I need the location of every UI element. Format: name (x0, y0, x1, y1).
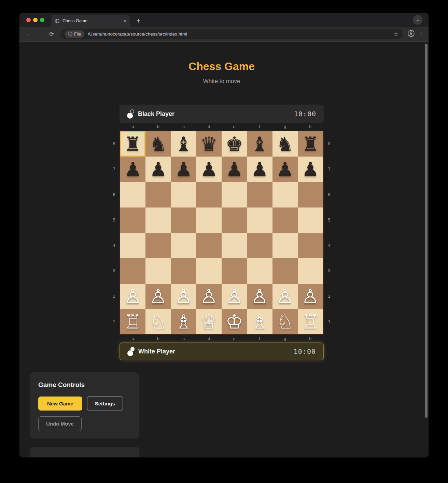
piece-bq-d8[interactable]: ♛ (200, 131, 218, 157)
square-d4[interactable] (196, 233, 222, 258)
square-b1[interactable]: ♘ (145, 309, 171, 334)
piece-bp-g7[interactable]: ♟ (276, 157, 294, 182)
piece-wp-d2[interactable]: ♙ (200, 284, 218, 309)
square-c1[interactable]: ♗ (171, 309, 196, 334)
piece-wp-b2[interactable]: ♙ (150, 284, 167, 309)
piece-bp-a7[interactable]: ♟ (124, 157, 142, 182)
square-g8[interactable]: ♞ (272, 131, 298, 157)
browser-menu-icon[interactable]: ⋮ (418, 31, 424, 37)
square-b8[interactable]: ♞ (145, 131, 171, 157)
square-b4[interactable] (145, 233, 171, 258)
square-f7[interactable]: ♟ (247, 157, 272, 182)
profile-avatar-icon[interactable] (407, 30, 416, 39)
undo-move-button[interactable]: Undo Move (38, 416, 82, 431)
piece-wr-h1[interactable]: ♖ (302, 309, 319, 334)
piece-bb-f8[interactable]: ♝ (251, 131, 268, 157)
piece-wk-e1[interactable]: ♔ (226, 309, 243, 334)
piece-wb-c1[interactable]: ♗ (175, 309, 192, 334)
chess-board[interactable]: ♜♞♝♛♚♝♞♜♟♟♟♟♟♟♟♟♙♙♙♙♙♙♙♙♖♘♗♕♔♗♘♖ (120, 131, 324, 335)
square-d2[interactable]: ♙ (196, 284, 222, 309)
square-a7[interactable]: ♟ (120, 157, 145, 182)
square-c4[interactable] (171, 233, 196, 258)
new-game-button[interactable]: New Game (38, 397, 82, 411)
square-e7[interactable]: ♟ (222, 157, 247, 182)
square-d6[interactable] (196, 182, 222, 207)
settings-button[interactable]: Settings (87, 396, 123, 411)
square-h8[interactable]: ♜ (298, 131, 323, 157)
square-f5[interactable] (247, 207, 272, 233)
square-b7[interactable]: ♟ (145, 157, 171, 182)
window-close-button[interactable] (26, 18, 31, 22)
square-e8[interactable]: ♚ (222, 131, 247, 157)
piece-wn-g1[interactable]: ♘ (276, 309, 294, 334)
piece-bn-b8[interactable]: ♞ (150, 131, 167, 157)
back-icon[interactable]: ← (24, 29, 33, 39)
piece-wn-b1[interactable]: ♘ (150, 309, 167, 334)
square-a3[interactable] (120, 258, 145, 283)
square-h3[interactable] (298, 258, 323, 283)
reload-icon[interactable]: ⟳ (47, 29, 56, 39)
square-f8[interactable]: ♝ (247, 131, 272, 157)
piece-wq-d1[interactable]: ♕ (200, 309, 218, 334)
square-f6[interactable] (247, 182, 272, 207)
piece-wr-a1[interactable]: ♖ (124, 309, 142, 334)
piece-bb-c8[interactable]: ♝ (175, 131, 192, 157)
piece-bn-g8[interactable]: ♞ (276, 131, 294, 157)
forward-icon[interactable]: → (35, 29, 45, 39)
square-h1[interactable]: ♖ (298, 309, 323, 334)
square-a1[interactable]: ♖ (120, 309, 145, 334)
square-c6[interactable] (171, 182, 196, 207)
piece-wp-a2[interactable]: ♙ (124, 284, 142, 309)
square-c8[interactable]: ♝ (171, 131, 196, 157)
square-f3[interactable] (247, 258, 272, 283)
scrollbar-thumb[interactable] (425, 44, 428, 418)
tab-search-chevron-icon[interactable]: ⌄ (413, 15, 422, 25)
square-e6[interactable] (222, 182, 247, 207)
new-tab-button[interactable]: + (134, 16, 143, 26)
square-h6[interactable] (298, 182, 323, 207)
square-d8[interactable]: ♛ (196, 131, 222, 157)
piece-bk-e8[interactable]: ♚ (226, 131, 243, 157)
square-d7[interactable]: ♟ (196, 157, 222, 182)
square-h4[interactable] (298, 233, 323, 258)
square-g3[interactable] (272, 258, 298, 283)
square-e3[interactable] (222, 258, 247, 283)
square-e5[interactable] (222, 207, 247, 233)
piece-bp-d7[interactable]: ♟ (200, 157, 218, 182)
square-e1[interactable]: ♔ (222, 309, 247, 334)
square-d3[interactable] (196, 258, 222, 283)
piece-wp-c2[interactable]: ♙ (175, 284, 192, 309)
square-c2[interactable]: ♙ (171, 284, 196, 309)
square-h2[interactable]: ♙ (298, 284, 323, 309)
square-b5[interactable] (145, 207, 171, 233)
piece-wp-h2[interactable]: ♙ (302, 284, 319, 309)
square-e4[interactable] (222, 233, 247, 258)
bookmark-star-icon[interactable]: ☆ (394, 31, 398, 37)
square-c5[interactable] (171, 207, 196, 233)
square-f1[interactable]: ♗ (247, 309, 272, 334)
square-d1[interactable]: ♕ (196, 309, 222, 334)
square-f4[interactable] (247, 233, 272, 258)
square-c3[interactable] (171, 258, 196, 283)
square-e2[interactable]: ♙ (222, 284, 247, 309)
square-a6[interactable] (120, 182, 145, 207)
square-b3[interactable] (145, 258, 171, 283)
piece-bp-f7[interactable]: ♟ (251, 157, 268, 182)
square-g2[interactable]: ♙ (272, 284, 298, 309)
square-g7[interactable]: ♟ (272, 157, 298, 182)
square-d5[interactable] (196, 207, 222, 233)
square-a8[interactable]: ♜ (120, 131, 145, 157)
window-zoom-button[interactable] (40, 18, 44, 22)
url-text[interactable]: /Users/nunocoracao/source/chess/src/inde… (88, 31, 390, 37)
piece-wb-f1[interactable]: ♗ (251, 309, 268, 334)
piece-bp-h7[interactable]: ♟ (302, 157, 319, 182)
piece-br-h8[interactable]: ♜ (302, 131, 319, 157)
square-a2[interactable]: ♙ (120, 284, 145, 309)
square-a5[interactable] (120, 207, 145, 233)
window-minimize-button[interactable] (33, 18, 38, 22)
square-a4[interactable] (120, 233, 145, 258)
tab-close-icon[interactable]: × (123, 18, 126, 24)
square-h7[interactable]: ♟ (298, 157, 323, 182)
piece-wp-e2[interactable]: ♙ (226, 284, 243, 309)
square-b2[interactable]: ♙ (145, 284, 171, 309)
